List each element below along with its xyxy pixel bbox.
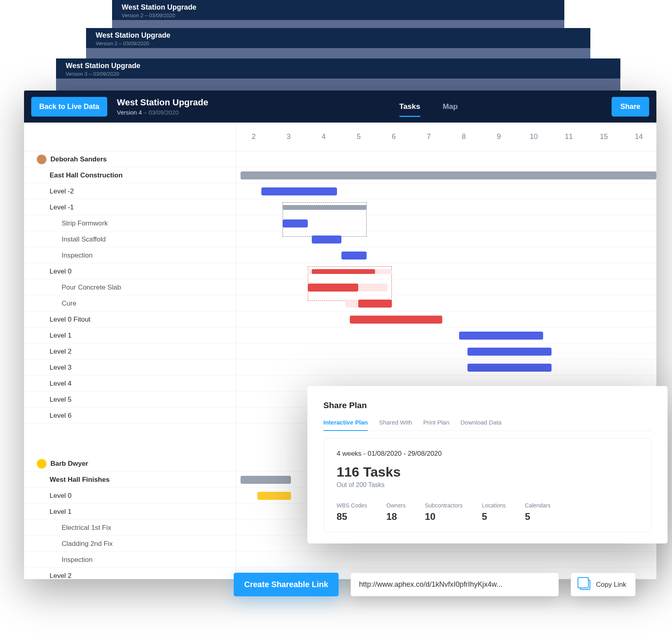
share-button[interactable]: Share [612, 97, 649, 117]
gantt-bar[interactable] [312, 235, 341, 244]
task-row[interactable]: Cladding 2nd Fix [24, 536, 236, 552]
stat: Locations5 [482, 502, 506, 522]
task-row[interactable]: Level 5 [24, 392, 236, 408]
gantt-bar[interactable] [459, 332, 543, 340]
task-label: Level 1 [50, 332, 72, 340]
tab-map[interactable]: Map [441, 96, 459, 117]
task-row[interactable]: Deborah Sanders [24, 151, 236, 167]
task-row[interactable]: Pour Concrete Slab [24, 280, 236, 296]
task-row[interactable]: Level 1 [24, 328, 236, 344]
gantt-bar[interactable] [308, 284, 358, 292]
task-row[interactable]: Level 2 [24, 568, 236, 579]
tab-tasks[interactable]: Tasks [398, 96, 422, 117]
gantt-bar[interactable] [350, 316, 442, 324]
gantt-row [236, 296, 656, 312]
task-row[interactable]: West Hall Finishes [24, 472, 236, 488]
stat-label: Owners [386, 502, 405, 509]
stat-value: 18 [386, 511, 405, 522]
task-row[interactable]: Level 4 [24, 376, 236, 392]
task-row[interactable]: Barb Dwyer [24, 456, 236, 472]
timeline-day: 6 [376, 123, 411, 151]
task-row[interactable]: Level 3 [24, 360, 236, 376]
task-label: Cladding 2nd Fix [62, 540, 113, 548]
task-label: Level -2 [50, 187, 74, 195]
stat-label: WBS Codes [337, 502, 367, 509]
timeline-day: 14 [622, 123, 657, 151]
modal-title: Share Plan [323, 400, 652, 410]
task-label: Level 6 [50, 412, 72, 420]
stat-value: 5 [525, 511, 551, 522]
gantt-bar[interactable] [283, 219, 308, 227]
gantt-bar[interactable] [241, 476, 291, 484]
modal-tab-download[interactable]: Download Data [460, 419, 501, 431]
task-label: Inspection [62, 252, 93, 260]
task-row[interactable]: Install Scaffold [24, 231, 236, 248]
project-title: West Station Upgrade [117, 97, 208, 108]
task-label: Level 2 [50, 572, 72, 580]
gantt-row [236, 248, 656, 264]
timeline-day: 8 [446, 123, 481, 151]
back-to-live-button[interactable]: Back to Live Data [31, 97, 107, 117]
gantt-bar[interactable] [467, 364, 552, 372]
stat: Owners18 [386, 502, 405, 522]
stat: WBS Codes85 [337, 502, 367, 522]
gantt-row [236, 231, 656, 248]
task-label: East Hall Construction [50, 171, 122, 179]
task-label: Electrical 1st Fix [62, 524, 111, 532]
stat-value: 10 [425, 511, 462, 522]
gantt-bar[interactable] [467, 348, 552, 356]
share-plan-modal: Share Plan Interactive Plan Shared With … [307, 386, 668, 543]
task-label: Level 2 [50, 348, 72, 356]
task-row[interactable]: Strip Formwork [24, 215, 236, 231]
stack-sub: Version 2 – 03/09/2020 [122, 12, 555, 18]
gantt-bar[interactable] [312, 269, 375, 274]
task-row[interactable]: Level 6 [24, 408, 236, 424]
timeline-day: 7 [411, 123, 447, 151]
gantt-bar[interactable] [241, 171, 657, 179]
modal-tab-shared[interactable]: Shared With [379, 419, 412, 431]
stack-sub: Version 2 – 03/09/2020 [96, 40, 581, 46]
gantt-bar[interactable] [261, 187, 337, 195]
task-row[interactable]: Inspection [24, 552, 236, 568]
task-row[interactable]: Inspection [24, 248, 236, 264]
stack-title: West Station Upgrade [66, 62, 611, 70]
task-row[interactable]: Level 0 [24, 488, 236, 504]
timeline-day: 2 [236, 123, 271, 151]
task-label: Pour Concrete Slab [62, 284, 121, 292]
task-label: Install Scaffold [62, 235, 106, 244]
task-label: Level 0 Fitout [50, 316, 90, 324]
task-label: Level 4 [50, 380, 72, 388]
task-row[interactable]: Level 0 [24, 264, 236, 280]
project-version: Version 4 – 03/09/2020 [117, 109, 208, 116]
task-row[interactable]: Cure [24, 296, 236, 312]
task-row[interactable]: Level 0 Fitout [24, 312, 236, 328]
modal-tab-interactive[interactable]: Interactive Plan [323, 419, 368, 431]
modal-task-subcount: Out of 200 Tasks [337, 481, 638, 489]
timeline-day: 15 [586, 123, 622, 151]
avatar [37, 155, 46, 164]
task-label: Level -1 [50, 203, 74, 211]
task-row[interactable]: East Hall Construction [24, 167, 236, 183]
gantt-bar[interactable] [283, 205, 367, 210]
avatar [37, 459, 46, 469]
gantt-row [236, 199, 656, 215]
copy-icon [580, 580, 590, 590]
create-shareable-link-button[interactable]: Create Shareable Link [234, 573, 339, 596]
task-row[interactable]: Level 2 [24, 344, 236, 360]
gantt-row [236, 264, 656, 280]
share-url-display[interactable]: http://www.aphex.co/d/1kNvfxI0pfrIhyKjx4… [351, 573, 559, 596]
gantt-bar[interactable] [257, 492, 291, 500]
gantt-bar[interactable] [358, 300, 392, 308]
stack-title: West Station Upgrade [122, 3, 555, 12]
timeline-day: 9 [481, 123, 517, 151]
stat-label: Calendars [525, 502, 551, 509]
gantt-bar[interactable] [341, 252, 367, 260]
copy-link-button[interactable]: Copy Link [571, 573, 636, 596]
modal-tab-print[interactable]: Print Plan [423, 419, 449, 431]
task-row[interactable]: Level -1 [24, 199, 236, 215]
task-row[interactable]: Level -2 [24, 183, 236, 199]
task-row[interactable]: Level 1 [24, 504, 236, 520]
gantt-row [236, 344, 656, 360]
task-row[interactable]: Electrical 1st Fix [24, 520, 236, 536]
modal-task-count: 116 Tasks [337, 464, 638, 480]
